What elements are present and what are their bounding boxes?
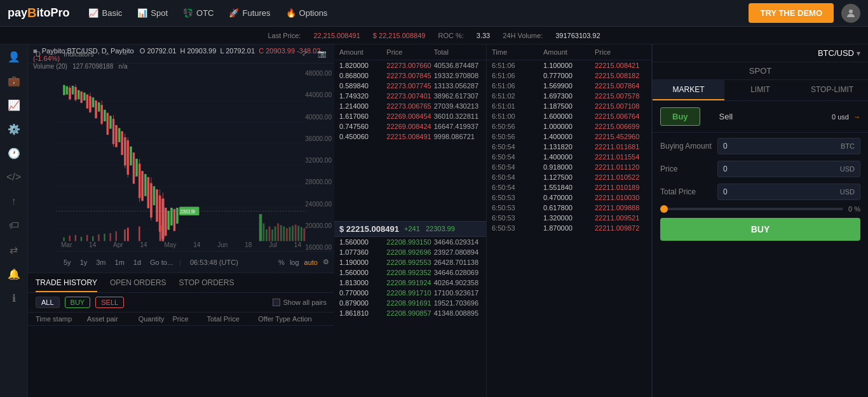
- filter-buy[interactable]: BUY: [65, 297, 91, 308]
- show-all-pairs[interactable]: Show all pairs: [273, 299, 327, 306]
- trade-history-right-row: 6:50:541.12750022211.010522: [487, 172, 651, 182]
- price-input[interactable]: [718, 161, 835, 177]
- settings-chart-btn[interactable]: ⚙: [323, 258, 329, 266]
- order-book-bid-row[interactable]: 1.81300022208.99192440264.902358: [334, 278, 486, 288]
- trade-history-right-row: 6:50:540.91800022211.011120: [487, 162, 651, 172]
- order-book-bid-row[interactable]: 1.56000022208.99235234646.028069: [334, 267, 486, 278]
- sidebar-icon-history[interactable]: 🕐: [7, 146, 21, 160]
- price-input-wrap: USD: [717, 161, 860, 177]
- sidebar-icon-info[interactable]: ℹ: [7, 291, 21, 305]
- sidebar-icon-chart[interactable]: 📈: [7, 98, 21, 112]
- svg-rect-46: [144, 174, 146, 196]
- log-btn[interactable]: log: [290, 259, 299, 266]
- spot-trading-panel: BTC/USD ▾ SPOT MARKET LIMIT STOP-LIMIT B…: [652, 44, 868, 397]
- trade-history-right-row: 6:50:541.13182022211.011681: [487, 142, 651, 152]
- try-demo-button[interactable]: TRY THE DEMO: [749, 3, 834, 23]
- slider-row: 0 %: [653, 205, 868, 213]
- trade-history-right-row: 6:50:530.61780022211.009888: [487, 203, 651, 213]
- timeframe-5y[interactable]: 5y: [61, 257, 74, 267]
- order-book-bid-row[interactable]: 1.07736022208.99269623927.080894: [334, 247, 486, 257]
- total-price-row: Total Price USD: [660, 184, 860, 200]
- amount-slider[interactable]: [660, 208, 843, 210]
- svg-rect-45: [142, 172, 144, 201]
- order-book-header: Amount Price Total: [334, 44, 486, 60]
- buy-toggle-btn[interactable]: Buy: [660, 107, 700, 126]
- order-book-ask-row[interactable]: 1.21400022273.00676527039.430213: [334, 101, 486, 111]
- show-all-checkbox[interactable]: [273, 299, 280, 306]
- order-book-bid-row[interactable]: 1.56000022208.99315034646.029314: [334, 237, 486, 247]
- goto-btn[interactable]: Go to...: [147, 257, 175, 267]
- svg-rect-42: [136, 159, 138, 176]
- nav-basic[interactable]: 📈 Basic: [88, 8, 122, 18]
- chart-canvas[interactable]: 20903.99: [56, 79, 306, 251]
- sidebar-icon-bell[interactable]: 🔔: [7, 267, 21, 281]
- sell-toggle-btn[interactable]: Sell: [708, 108, 745, 125]
- total-price-input[interactable]: [718, 184, 835, 199]
- sidebar-icon-tag[interactable]: 🏷: [7, 219, 21, 232]
- pair-selector[interactable]: BTC/USD ▾: [653, 44, 868, 62]
- sidebar-icon-code[interactable]: </>: [7, 170, 21, 184]
- percent-btn[interactable]: %: [278, 259, 285, 266]
- trade-filter: ALL BUY SELL Show all pairs: [28, 293, 334, 313]
- buying-amount-input[interactable]: [718, 138, 836, 154]
- timeframe-1y[interactable]: 1y: [78, 257, 90, 267]
- order-book-ask-row[interactable]: 0.86800022273.00784519332.970808: [334, 71, 486, 81]
- sidebar-icon-wallet[interactable]: 💼: [7, 74, 21, 88]
- order-book-asks: 1.82000022273.00766040536.8744870.868000…: [334, 60, 486, 221]
- timeframe-1d[interactable]: 1d: [131, 257, 144, 267]
- trade-history-right-row: 6:50:541.55184022211.010189: [487, 182, 651, 192]
- order-book-ask-row[interactable]: 1.82000022273.00766040536.874487: [334, 60, 486, 71]
- auto-btn[interactable]: auto: [304, 259, 318, 266]
- sidebar-icon-user[interactable]: 👤: [7, 50, 21, 64]
- trade-history-right-row: 6:50:530.47000022211.010030: [487, 192, 651, 203]
- svg-rect-56: [165, 208, 166, 236]
- chart-bottom-controls: 5y 1y 3m 1m 1d Go to... | 06:53:48 (UTC)…: [56, 251, 334, 273]
- tab-stop-orders[interactable]: STOP ORDERS: [179, 278, 234, 292]
- trade-history-right-row: 6:50:531.87000022211.009872: [487, 223, 651, 233]
- nav-futures[interactable]: 🚀 Futures: [229, 8, 270, 18]
- sidebar-icon-settings[interactable]: ⚙️: [7, 122, 21, 136]
- tab-market[interactable]: MARKET: [653, 80, 724, 100]
- order-book-bid-row[interactable]: 1.19000022208.99255326428.701138: [334, 257, 486, 267]
- user-avatar[interactable]: [841, 4, 860, 23]
- sidebar-icon-transfer[interactable]: ⇄: [7, 243, 21, 257]
- order-book-ask-row[interactable]: 0.74756022269.00842416647.419937: [334, 121, 486, 131]
- order-book-bid-row[interactable]: 0.87900022208.99169119521.703696: [334, 298, 486, 308]
- order-book-ask-row[interactable]: 1.74932022273.00740138962.617307: [334, 91, 486, 101]
- buy-submit-button[interactable]: BUY: [660, 218, 860, 241]
- order-book-bid-row[interactable]: 1.86181022208.99085741348.008895: [334, 308, 486, 318]
- svg-rect-51: [156, 190, 158, 222]
- chart-x-axis: Mar 14 Apr 14 May 14 Jun 18 Jul 14: [56, 238, 306, 251]
- tab-trade-history[interactable]: TRADE HISTORY: [36, 278, 97, 292]
- order-book-ask-row[interactable]: 1.61706022269.00845436010.322811: [334, 111, 486, 121]
- order-book-bid-row[interactable]: 0.77000022208.99171017100.923617: [334, 288, 486, 298]
- trade-history-right-row: 6:51:021.69730022215.007578: [487, 91, 651, 101]
- order-book-midprice: $ 22215.008491 +241 22303.99: [334, 221, 486, 237]
- svg-rect-59: [173, 209, 175, 231]
- tab-open-orders[interactable]: OPEN ORDERS: [110, 278, 166, 292]
- nav-otc[interactable]: 💱 OTC: [183, 8, 214, 18]
- filter-sell[interactable]: SELL: [95, 297, 124, 308]
- total-price-input-wrap: USD: [717, 184, 860, 200]
- filter-all[interactable]: ALL: [36, 297, 60, 308]
- trade-history-right-row: 6:51:011.18750022215.007108: [487, 101, 651, 111]
- timeframe-1m[interactable]: 1m: [112, 257, 127, 267]
- sidebar-icon-share[interactable]: ↑: [7, 194, 21, 208]
- order-book-ask-row[interactable]: 0.45006022215.0084919998.086721: [334, 131, 486, 142]
- svg-rect-79: [259, 214, 262, 241]
- svg-rect-57: [168, 211, 170, 229]
- svg-rect-58: [170, 208, 172, 225]
- tab-limit[interactable]: LIMIT: [724, 80, 796, 100]
- timeframe-3m[interactable]: 3m: [93, 257, 108, 267]
- trade-form: Buying Amount BTC Price USD Total Price: [653, 133, 868, 205]
- nav-spot[interactable]: 📊 Spot: [137, 8, 168, 18]
- order-book-ask-row[interactable]: 0.58984022273.00774513133.056287: [334, 81, 486, 91]
- tab-stop-limit[interactable]: STOP-LIMIT: [796, 80, 868, 100]
- svg-rect-60: [177, 208, 179, 224]
- svg-rect-50: [153, 187, 155, 205]
- balance-display: 0 usd →: [832, 113, 860, 121]
- nav-options[interactable]: 🔥 Options: [286, 8, 328, 18]
- header-right: TRY THE DEMO: [749, 3, 860, 23]
- transfer-icon[interactable]: →: [853, 113, 860, 121]
- svg-rect-28: [104, 110, 105, 121]
